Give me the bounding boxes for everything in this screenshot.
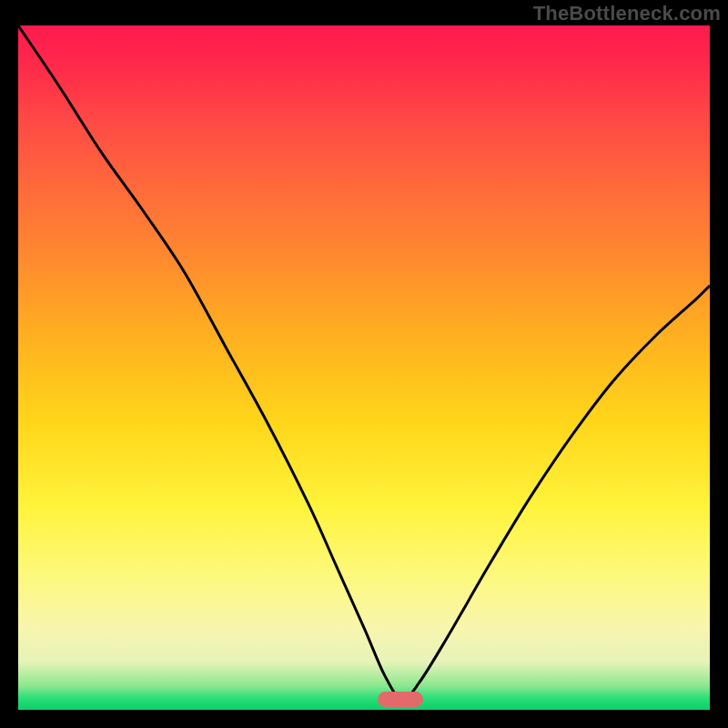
attribution-label: TheBottleneck.com: [533, 2, 721, 25]
plot-area: [18, 25, 710, 710]
optimum-marker: [378, 692, 423, 707]
curve-svg: [18, 25, 710, 710]
bottleneck-curve-path: [18, 25, 710, 700]
chart-frame: TheBottleneck.com: [0, 0, 728, 728]
